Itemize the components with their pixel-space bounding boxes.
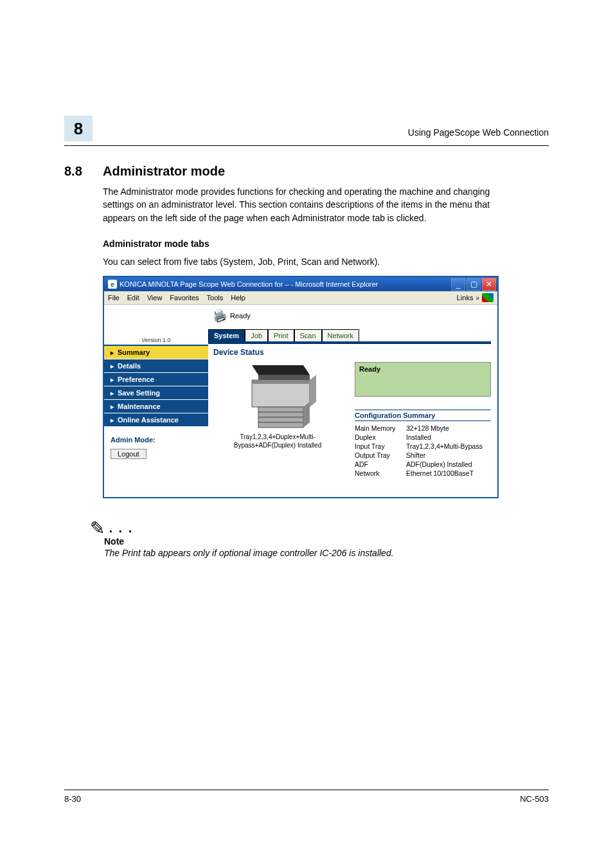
sidebar-label: Summary bbox=[118, 348, 150, 356]
svg-rect-3 bbox=[252, 380, 310, 384]
conf-key: Input Tray bbox=[355, 442, 406, 451]
conf-key: Main Memory bbox=[355, 424, 406, 433]
ie-titlebar: e KONICA MINOLTA Page Scope Web Connecti… bbox=[104, 277, 497, 291]
content-tabs: System Job Print Scan Network bbox=[208, 329, 491, 341]
sidebar-label: Preference bbox=[118, 375, 154, 383]
svg-rect-4 bbox=[258, 407, 303, 412]
logout-button[interactable]: Logout bbox=[111, 449, 147, 459]
maximize-button[interactable]: ▢ bbox=[466, 278, 481, 291]
ie-menubar: File Edit View Favorites Tools Help Link… bbox=[104, 291, 497, 305]
tray-text-line2: Bypass+ADF(Duplex) Installed bbox=[234, 442, 321, 449]
chapter-number-box: 8 bbox=[64, 116, 93, 141]
pagescope-logo-block: Version 1.0 bbox=[104, 305, 208, 346]
ie-app-icon: e bbox=[108, 280, 117, 289]
device-status-ready: Ready bbox=[359, 365, 380, 373]
section-title: Administrator mode bbox=[103, 164, 225, 179]
menu-edit[interactable]: Edit bbox=[127, 294, 139, 302]
conf-val: Shifter bbox=[406, 451, 491, 460]
triangle-icon: ▸ bbox=[111, 363, 114, 370]
chevron-right-icon[interactable]: » bbox=[475, 294, 479, 302]
printer-illustration-icon bbox=[233, 362, 323, 433]
conf-val: ADF(Duplex) Installed bbox=[406, 460, 491, 469]
triangle-icon: ▸ bbox=[111, 417, 114, 424]
sub-paragraph: You can select from five tabs (System, J… bbox=[103, 255, 501, 268]
ie-window: e KONICA MINOLTA Page Scope Web Connecti… bbox=[103, 276, 499, 498]
conf-val: Installed bbox=[406, 433, 491, 442]
device-status-title: Device Status bbox=[213, 348, 491, 357]
triangle-icon: ▸ bbox=[111, 390, 114, 397]
menu-file[interactable]: File bbox=[108, 294, 120, 302]
conf-key: Output Tray bbox=[355, 451, 406, 460]
sidebar-label: Save Setting bbox=[118, 389, 160, 397]
section-number: 8.8 bbox=[64, 164, 103, 179]
triangle-icon: ▸ bbox=[111, 403, 114, 410]
version-label: Version 1.0 bbox=[141, 337, 170, 343]
triangle-icon: ▸ bbox=[111, 349, 114, 356]
menu-view[interactable]: View bbox=[147, 294, 163, 302]
svg-marker-8 bbox=[310, 375, 316, 407]
conf-val: Ethernet 10/100BaseT bbox=[406, 469, 491, 478]
tab-print[interactable]: Print bbox=[268, 329, 294, 341]
device-status-box: Ready bbox=[355, 362, 491, 397]
sidebar-label: Details bbox=[118, 362, 141, 370]
intro-paragraph: The Administrator mode provides function… bbox=[103, 185, 501, 224]
configuration-summary-table: Main Memory 32+128 Mbyte Duplex Installe… bbox=[355, 424, 491, 478]
printer-status-icon: 🖨️ bbox=[210, 307, 228, 325]
close-button[interactable]: ✕ bbox=[482, 278, 496, 291]
sidebar-item-details[interactable]: ▸ Details bbox=[104, 359, 208, 373]
sidebar-item-maintenance[interactable]: ▸ Maintenance bbox=[104, 400, 208, 413]
configuration-summary-title: Configuration Summary bbox=[355, 410, 491, 421]
note-label: Note bbox=[104, 536, 549, 547]
tab-job[interactable]: Job bbox=[245, 329, 268, 341]
ie-window-title: KONICA MINOLTA Page Scope Web Connection… bbox=[120, 280, 378, 288]
conf-key: Network bbox=[355, 469, 406, 478]
footer-model: NC-503 bbox=[520, 794, 549, 804]
minimize-button[interactable]: _ bbox=[451, 278, 465, 291]
menu-help[interactable]: Help bbox=[231, 294, 245, 302]
footer-page-number: 8-30 bbox=[64, 794, 81, 804]
ie-throbber-icon bbox=[482, 293, 493, 302]
note-text: The Print tab appears only if optional i… bbox=[104, 548, 549, 558]
svg-rect-6 bbox=[258, 417, 303, 422]
sidebar-item-summary[interactable]: ▸ Summary bbox=[104, 346, 208, 359]
menu-tools[interactable]: Tools bbox=[207, 294, 224, 302]
tray-text-line1: Tray1,2,3,4+Duplex+Multi- bbox=[240, 433, 315, 440]
svg-marker-2 bbox=[252, 380, 310, 407]
admin-mode-label: Admin Mode: bbox=[111, 436, 202, 444]
sidebar-item-save-setting[interactable]: ▸ Save Setting bbox=[104, 386, 208, 400]
sidebar-item-online-assistance[interactable]: ▸ Online Assistance bbox=[104, 413, 208, 427]
sidebar-label: Maintenance bbox=[118, 402, 161, 410]
conf-key: ADF bbox=[355, 460, 406, 469]
svg-rect-5 bbox=[258, 412, 303, 417]
tab-network[interactable]: Network bbox=[322, 329, 359, 341]
sidebar-item-preference[interactable]: ▸ Preference bbox=[104, 373, 208, 386]
menu-favorites[interactable]: Favorites bbox=[170, 294, 199, 302]
svg-marker-1 bbox=[258, 375, 310, 380]
sidebar-label: Online Assistance bbox=[118, 416, 179, 424]
tab-scan[interactable]: Scan bbox=[294, 329, 322, 341]
conf-key: Duplex bbox=[355, 433, 406, 442]
sub-heading: Administrator mode tabs bbox=[103, 239, 549, 249]
links-label[interactable]: Links bbox=[457, 294, 474, 302]
tab-system[interactable]: System bbox=[208, 329, 245, 341]
ready-status-top: Ready bbox=[230, 312, 251, 320]
running-header: Using PageScope Web Connection bbox=[408, 127, 549, 141]
conf-val: 32+128 Mbyte bbox=[406, 424, 491, 433]
svg-marker-0 bbox=[252, 365, 310, 375]
triangle-icon: ▸ bbox=[111, 376, 114, 383]
conf-val: Tray1,2,3,4+Multi-Bypass bbox=[406, 442, 491, 451]
pen-note-icon: ✎ bbox=[90, 518, 105, 539]
note-dots: . . . bbox=[109, 521, 133, 535]
svg-rect-7 bbox=[258, 422, 303, 428]
